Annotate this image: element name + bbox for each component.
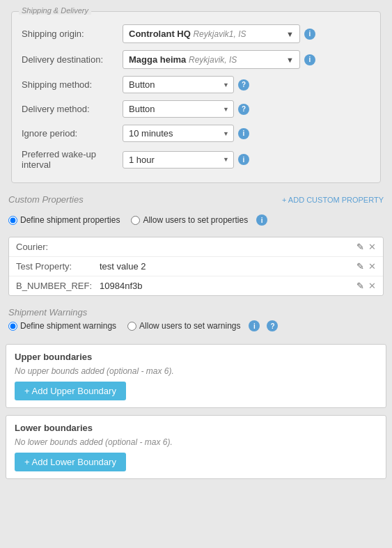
shipping-origin-name: Controlant HQ (129, 29, 191, 39)
ignore-period-select[interactable]: 10 minutes (123, 125, 234, 142)
shipment-warnings-title: Shipment Warnings (8, 307, 87, 318)
wakeup-interval-select[interactable]: 1 hour (123, 151, 234, 169)
test-prop-delete-icon[interactable]: ✕ (368, 261, 376, 272)
define-shipment-props-radio[interactable]: Define shipment properties (8, 215, 120, 225)
warnings-info-icon[interactable]: i (249, 320, 260, 331)
shipping-origin-dropdown[interactable]: Controlant HQ Reykjavik1, IS ▼ (123, 24, 300, 43)
lower-boundaries-title: Lower boundaries (15, 423, 377, 433)
allow-users-props-radio[interactable]: Allow users to set properties (131, 215, 248, 225)
wakeup-interval-control: 1 hour i (123, 151, 370, 169)
delivery-method-label: Delivery method: (22, 104, 123, 114)
ignore-period-label: Ignore period: (22, 128, 123, 139)
allow-warnings-radio-input[interactable] (127, 322, 136, 331)
shipping-delivery-section: Shipping & Delivery Shipping origin: Con… (11, 11, 381, 183)
courier-delete-icon[interactable]: ✕ (368, 242, 376, 252)
allow-warnings-label: Allow users to set warnings (139, 321, 240, 331)
custom-props-title: Custom Properties (8, 194, 84, 205)
courier-actions: ✎ ✕ (356, 242, 376, 252)
delivery-destination-label: Delivery destination: (22, 54, 123, 65)
prop-key-bnumber: B_NUMBER_REF: (16, 281, 100, 291)
table-row: Courier: ✎ ✕ (9, 237, 383, 257)
shipping-origin-sub2: Reykjavik1, IS (193, 29, 246, 39)
custom-props-header: Custom Properties + ADD CUSTOM PROPERTY (6, 191, 386, 208)
delivery-destination-dropdown[interactable]: Magga heima Reykjavik, IS ▼ (123, 50, 300, 69)
shipping-method-row: Shipping method: Button ? (22, 76, 370, 93)
allow-radio-label: Allow users to set properties (143, 215, 248, 225)
wakeup-interval-info-icon[interactable]: i (238, 154, 249, 165)
table-row: B_NUMBER_REF: 10984nf3b ✎ ✕ (9, 276, 383, 295)
shipping-method-select[interactable]: Button (123, 76, 234, 93)
add-lower-boundary-button[interactable]: + Add Lower Boundary (15, 453, 126, 471)
upper-boundaries-box: Upper boundaries No upper bounds added (… (6, 344, 386, 408)
warnings-help-icon[interactable]: ? (267, 320, 278, 331)
shipping-method-label: Shipping method: (22, 79, 123, 90)
shipping-delivery-panel: Shipping & Delivery Shipping origin: Con… (0, 0, 392, 183)
shipping-method-control: Button ? (123, 76, 370, 93)
warnings-radio-row: Define shipment warnings Allow users to … (6, 320, 386, 337)
properties-table: Courier: ✎ ✕ Test Property: test value 2… (8, 237, 384, 296)
lower-boundaries-empty: No lower bounds added (optional - max 6)… (15, 437, 377, 447)
custom-properties-section: Custom Properties + ADD CUSTOM PROPERTY … (0, 189, 392, 296)
ignore-period-info-icon[interactable]: i (238, 128, 249, 139)
define-radio-input[interactable] (8, 216, 17, 225)
shipping-origin-arrow: ▼ (286, 30, 294, 38)
prop-value-bnumber: 10984nf3b (100, 281, 356, 291)
shipment-warnings-section: Shipment Warnings Define shipment warnin… (0, 302, 392, 492)
shipping-origin-label: Shipping origin: (22, 29, 123, 39)
delivery-dest-sub: Reykjavik, IS (189, 55, 237, 65)
delivery-method-control: Button ? (123, 100, 370, 118)
add-upper-boundary-button[interactable]: + Add Upper Boundary (15, 382, 126, 400)
define-warnings-label: Define shipment warnings (20, 321, 116, 331)
shipping-origin-control: Controlant HQ Reykjavik1, IS ▼ i (123, 24, 370, 43)
table-row: Test Property: test value 2 ✎ ✕ (9, 257, 383, 276)
test-prop-actions: ✎ ✕ (356, 261, 376, 272)
delivery-dest-name: Magga heima (129, 54, 186, 65)
define-radio-label: Define shipment properties (20, 215, 120, 225)
ignore-period-control: 10 minutes i (123, 125, 370, 142)
ignore-period-select-wrapper: 10 minutes (123, 125, 234, 142)
delivery-dest-arrow: ▼ (286, 56, 294, 64)
prop-key-test: Test Property: (16, 261, 100, 272)
upper-boundaries-title: Upper boundaries (15, 352, 377, 362)
delivery-method-select-wrapper: Button (123, 100, 234, 118)
wakeup-interval-row: Preferred wake-up interval 1 hour i (22, 149, 370, 170)
bnumber-delete-icon[interactable]: ✕ (368, 281, 376, 291)
allow-warnings-radio[interactable]: Allow users to set warnings (127, 321, 240, 331)
bnumber-edit-icon[interactable]: ✎ (356, 281, 364, 291)
allow-radio-input[interactable] (131, 216, 140, 225)
wakeup-interval-label: Preferred wake-up interval (22, 149, 123, 170)
shipping-method-help-icon[interactable]: ? (238, 79, 249, 91)
ignore-period-row: Ignore period: 10 minutes i (22, 125, 370, 142)
shipping-method-select-wrapper: Button (123, 76, 234, 93)
lower-boundaries-box: Lower boundaries No lower bounds added (… (6, 415, 386, 479)
bnumber-actions: ✎ ✕ (356, 281, 376, 291)
shipping-delivery-title: Shipping & Delivery (19, 6, 91, 15)
define-warnings-radio-input[interactable] (8, 322, 17, 331)
wakeup-interval-select-wrapper: 1 hour (123, 151, 234, 169)
custom-props-radio-row: Define shipment properties Allow users t… (6, 214, 386, 230)
add-custom-property-link[interactable]: + ADD CUSTOM PROPERTY (282, 196, 384, 204)
prop-value-test: test value 2 (100, 261, 356, 272)
delivery-destination-control: Magga heima Reykjavik, IS ▼ i (123, 50, 370, 69)
delivery-dest-info-icon[interactable]: i (304, 54, 315, 65)
test-prop-edit-icon[interactable]: ✎ (356, 261, 364, 272)
delivery-destination-row: Delivery destination: Magga heima Reykja… (22, 50, 370, 69)
warnings-header: Shipment Warnings (6, 304, 386, 320)
delivery-method-select[interactable]: Button (123, 100, 234, 118)
delivery-method-row: Delivery method: Button ? (22, 100, 370, 118)
prop-key-courier: Courier: (16, 242, 100, 252)
delivery-method-help-icon[interactable]: ? (238, 104, 249, 115)
custom-props-info-icon[interactable]: i (256, 214, 267, 226)
shipping-origin-row: Shipping origin: Controlant HQ Reykjavik… (22, 24, 370, 43)
shipping-origin-info-icon[interactable]: i (304, 29, 315, 40)
upper-boundaries-empty: No upper bounds added (optional - max 6)… (15, 366, 377, 376)
courier-edit-icon[interactable]: ✎ (356, 242, 364, 252)
define-warnings-radio[interactable]: Define shipment warnings (8, 321, 116, 331)
